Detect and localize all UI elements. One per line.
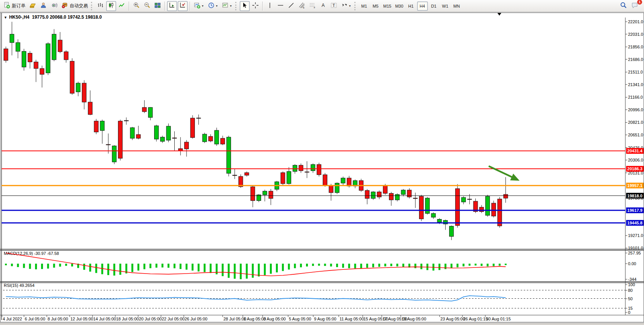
- candle-up: [437, 219, 442, 223]
- time-axis-label: 6 Jul 05:00: [25, 317, 45, 321]
- macd-histogram-bar: [246, 264, 248, 279]
- macd-histogram-bar: [191, 264, 193, 271]
- macd-histogram-bar: [167, 264, 169, 268]
- candle-down: [106, 144, 110, 145]
- chart-plot-surface[interactable]: 22201.022031.021856.021686.021511.021341…: [0, 0, 644, 325]
- time-axis-label: 9 Aug 05:00: [314, 317, 336, 321]
- candle-up: [76, 83, 80, 92]
- time-axis-label: 3 Aug 05:00: [263, 317, 286, 321]
- candle-up: [148, 107, 153, 117]
- rsi-axis-label: 100: [628, 282, 635, 287]
- candle-down: [480, 207, 484, 211]
- time-axis-label: 26 Jul 05:00: [185, 317, 207, 321]
- candle-down: [365, 191, 369, 199]
- time-axis-label: 5 Aug 05:00: [289, 317, 311, 321]
- time-axis-label: 22 Jul 05:00: [162, 317, 185, 321]
- macd-histogram-bar: [59, 264, 61, 267]
- candle-down: [383, 185, 387, 193]
- macd-histogram-bar: [41, 264, 43, 269]
- candle-up: [202, 134, 207, 142]
- macd-histogram-bar: [390, 264, 392, 266]
- price-tick-label: 20306.0: [628, 158, 643, 162]
- macd-histogram-bar: [131, 264, 133, 272]
- macd-histogram-bar: [451, 264, 453, 268]
- candle-down: [245, 173, 249, 175]
- macd-histogram-bar: [222, 264, 224, 276]
- candle-down: [82, 83, 86, 102]
- candle-down: [497, 199, 502, 226]
- macd-histogram-bar: [396, 264, 398, 266]
- macd-histogram-bar: [95, 264, 97, 273]
- macd-histogram-bar: [210, 264, 212, 273]
- candle-down: [221, 138, 225, 144]
- time-axis-label: 30 Aug 01:15: [486, 317, 511, 321]
- macd-histogram-bar: [234, 264, 236, 279]
- macd-histogram-bar: [445, 264, 446, 269]
- time-axis-label: 18 Jul 05:00: [116, 317, 139, 321]
- candle-up: [130, 128, 134, 138]
- price-tick-label: 21341.0: [628, 82, 643, 87]
- macd-histogram-bar: [282, 264, 284, 271]
- time-axis-label: 20 Jul 05:00: [139, 317, 162, 321]
- macd-histogram-bar: [113, 264, 115, 275]
- candle-down: [281, 173, 285, 184]
- macd-histogram-bar: [17, 264, 19, 267]
- macd-histogram-bar: [161, 264, 163, 267]
- candle-down: [209, 136, 213, 141]
- trend-arrow-annotation[interactable]: [489, 166, 514, 178]
- macd-signal-line: [6, 253, 506, 276]
- candle-down: [190, 118, 194, 138]
- macd-histogram-bar: [264, 264, 266, 275]
- time-axis-label: 14 Jul 05:00: [93, 317, 116, 321]
- price-level-label: 20431.4: [627, 149, 643, 153]
- price-tick-label: 20996.0: [628, 107, 643, 112]
- macd-histogram-bar: [228, 264, 230, 278]
- candle-up: [395, 194, 399, 200]
- candle-up: [160, 137, 164, 141]
- time-axis-label: 8 Jul 05:00: [48, 317, 68, 321]
- macd-histogram-bar: [462, 264, 464, 266]
- macd-histogram-bar: [240, 264, 242, 279]
- macd-histogram-bar: [402, 264, 404, 267]
- price-tick-label: 22201.0: [628, 19, 643, 24]
- macd-histogram-bar: [143, 264, 145, 269]
- macd-histogram-bar: [324, 264, 326, 266]
- candle-down: [118, 121, 123, 158]
- bar-position-marker: [497, 13, 501, 16]
- macd-histogram-bar: [421, 264, 422, 269]
- macd-histogram-bar: [137, 264, 139, 271]
- candle-down: [4, 49, 8, 61]
- time-axis-label: 19 Aug 05:00: [402, 317, 426, 321]
- macd-histogram-bar: [71, 264, 73, 266]
- macd-histogram-bar: [481, 264, 483, 266]
- price-level-label: 19617.9: [627, 208, 642, 213]
- macd-histogram-bar: [438, 264, 440, 270]
- macd-histogram-bar: [53, 264, 55, 267]
- candle-down: [377, 192, 381, 197]
- price-level-label: 19818.0: [627, 194, 642, 198]
- candle-down: [413, 198, 418, 199]
- mt4-application: 新订单 自动交易: [0, 0, 644, 325]
- candle-down: [142, 107, 147, 112]
- macd-histogram-bar: [180, 264, 182, 269]
- price-tick-label: 21511.0: [628, 70, 643, 74]
- candle-up: [16, 43, 20, 51]
- candle-up: [226, 137, 231, 173]
- price-tick-label: 19101.0: [628, 246, 643, 250]
- candle-up: [461, 197, 465, 202]
- macd-histogram-bar: [198, 264, 199, 272]
- macd-histogram-bar: [330, 264, 332, 266]
- candle-down: [491, 203, 496, 216]
- macd-histogram-bar: [306, 264, 308, 266]
- candle-down: [323, 175, 327, 186]
- macd-histogram-bar: [204, 264, 206, 272]
- price-level-label: 20186.3: [627, 167, 642, 171]
- macd-histogram-bar: [29, 264, 31, 269]
- macd-histogram-bar: [372, 264, 374, 267]
- candle-up: [112, 146, 116, 162]
- price-level-label: 19957.1: [627, 183, 642, 188]
- macd-histogram-bar: [47, 264, 49, 269]
- time-axis-label: 1 Aug 05:00: [244, 317, 266, 321]
- macd-histogram-bar: [312, 264, 314, 266]
- price-tick-label: 20651.0: [628, 133, 643, 137]
